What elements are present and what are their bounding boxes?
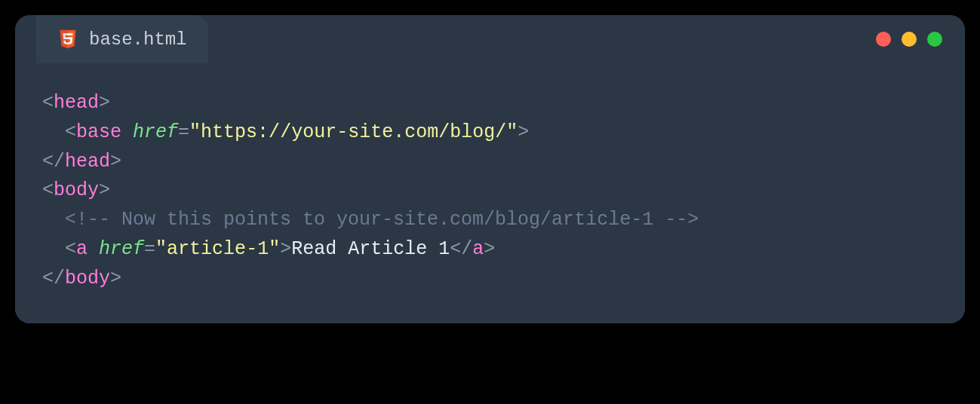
code-line: </body> <box>42 265 938 294</box>
close-icon[interactable] <box>876 32 891 47</box>
code-line: <!-- Now this points to your-site.com/bl… <box>42 206 938 235</box>
titlebar: base.html <box>15 15 965 63</box>
code-line: <base href="https://your-site.com/blog/"… <box>42 118 938 148</box>
minimize-icon[interactable] <box>902 32 917 47</box>
maximize-icon[interactable] <box>927 32 942 47</box>
editor-window: base.html <head> <base href="https://you… <box>15 15 965 323</box>
tab-filename: base.html <box>89 29 187 50</box>
file-tab[interactable]: base.html <box>36 15 208 63</box>
code-line: <body> <box>42 176 938 206</box>
code-line: <head> <box>42 89 938 118</box>
code-line: <a href="article-1">Read Article 1</a> <box>42 235 938 265</box>
code-line: </head> <box>42 148 938 177</box>
html5-icon <box>57 29 78 50</box>
code-editor[interactable]: <head> <base href="https://your-site.com… <box>15 63 965 323</box>
window-controls <box>876 32 942 47</box>
